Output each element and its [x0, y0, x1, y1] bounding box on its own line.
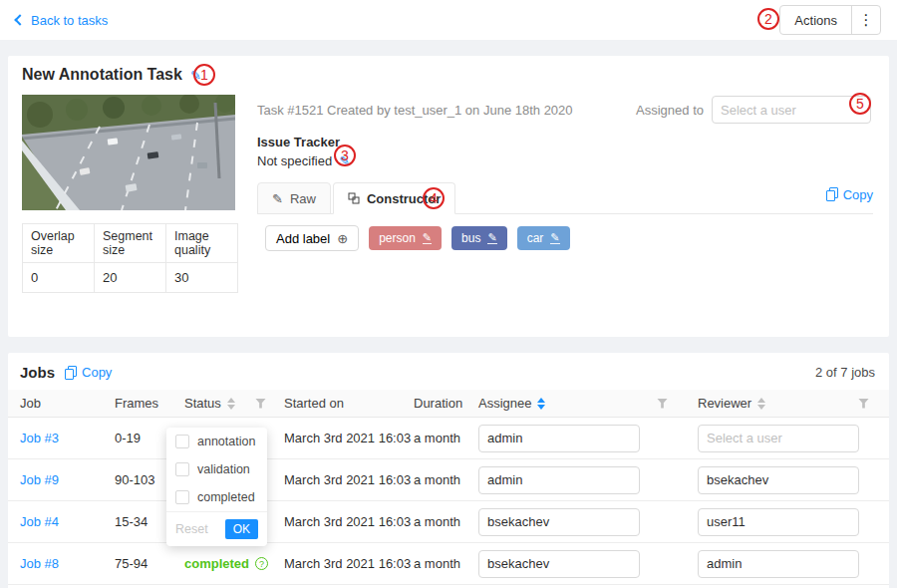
jobs-table-header: Job Frames Status Started on Duration As…: [8, 390, 889, 418]
filter-option-label: completed: [197, 490, 255, 504]
started-cell: March 3rd 2021 16:03: [284, 472, 414, 487]
column-started-on: Started on: [284, 396, 414, 411]
label-chip-name: bus: [461, 231, 480, 245]
tab-raw[interactable]: ✎ Raw: [257, 182, 331, 214]
annotation-marker-3: 3: [334, 145, 356, 166]
reviewer-sorter-icon[interactable]: [757, 398, 765, 410]
label-chip-car[interactable]: car ✎: [517, 226, 570, 250]
back-to-tasks-link[interactable]: Back to tasks: [16, 13, 108, 28]
annotation-marker-2: 2: [757, 8, 779, 30]
actions-button-group[interactable]: Actions ⋮: [779, 5, 881, 35]
status-sorter-icon[interactable]: [227, 398, 235, 410]
plus-circle-icon: ⊕: [337, 231, 348, 246]
filter-reset-button[interactable]: Reset: [175, 522, 208, 536]
filter-footer: Reset OK: [166, 511, 267, 546]
duration-cell: a month: [414, 514, 478, 529]
frames-cell: 75-94: [115, 556, 184, 571]
assignee-sorter-icon[interactable]: [537, 398, 545, 410]
assignee-cell: [478, 550, 698, 578]
duration-cell: a month: [414, 556, 478, 571]
checkbox-unchecked[interactable]: [175, 490, 189, 504]
label-chip-bus[interactable]: bus ✎: [451, 226, 507, 250]
tab-raw-label: Raw: [290, 191, 316, 206]
checkbox-unchecked[interactable]: [175, 462, 189, 476]
assignee-filter-icon[interactable]: [657, 399, 668, 409]
filter-option-annotation[interactable]: annotation: [166, 428, 267, 455]
question-circle-icon[interactable]: ?: [255, 557, 268, 570]
reviewer-input[interactable]: [698, 508, 859, 536]
task-assignee-input[interactable]: [712, 96, 871, 124]
task-parameters-table: Overlap size Segment size Image quality …: [22, 223, 238, 293]
column-reviewer[interactable]: Reviewer: [698, 396, 877, 411]
image-quality-value: 30: [166, 263, 238, 293]
segment-size-header: Segment size: [95, 224, 166, 263]
edit-label-icon[interactable]: ✎: [487, 232, 496, 244]
assignee-input[interactable]: [478, 508, 640, 536]
add-label-button[interactable]: Add label ⊕: [265, 225, 359, 251]
assignee-input[interactable]: [478, 425, 640, 452]
edit-label-icon[interactable]: ✎: [423, 232, 432, 244]
reviewer-filter-icon[interactable]: [858, 399, 869, 409]
started-cell: March 3rd 2021 16:03: [284, 431, 414, 445]
params-header-row: Overlap size Segment size Image quality: [23, 224, 238, 263]
filter-option-label: validation: [197, 462, 250, 476]
filter-option-label: annotation: [197, 435, 255, 448]
started-cell: March 3rd 2021 16:03: [284, 514, 414, 529]
assignee-cell: [478, 508, 698, 536]
issue-tracker-heading: Issue Tracker: [257, 135, 340, 149]
issue-tracker-value: Not specified: [257, 153, 332, 168]
label-chip-name: person: [379, 231, 416, 245]
copy-labels-link[interactable]: Copy: [826, 187, 873, 202]
reviewer-input[interactable]: [698, 466, 859, 494]
annotation-marker-4: 4: [423, 187, 445, 209]
labels-row: Add label ⊕ person ✎ bus ✎ car ✎: [265, 225, 570, 251]
task-title-row: New Annotation Task ✎: [22, 66, 201, 84]
table-row: Job #4 15-34 March 3rd 2021 16:03 a mont…: [8, 501, 889, 543]
actions-button[interactable]: Actions: [780, 13, 851, 28]
more-menu-icon[interactable]: ⋮: [852, 11, 880, 29]
annotation-marker-1: 1: [193, 64, 215, 86]
job-link[interactable]: Job #8: [20, 556, 115, 571]
jobs-title: Jobs: [20, 364, 55, 381]
pencil-icon: ✎: [272, 191, 283, 206]
assigned-to-group: Assigned to: [636, 96, 871, 124]
filter-option-validation[interactable]: validation: [166, 455, 267, 483]
checkbox-unchecked[interactable]: [175, 435, 189, 448]
status-cell: completed ?: [184, 556, 284, 571]
params-value-row: 0 20 30: [23, 263, 238, 293]
column-job: Job: [20, 396, 115, 411]
add-label-text: Add label: [276, 231, 330, 246]
column-frames: Frames: [115, 396, 184, 411]
assignee-input[interactable]: [478, 550, 640, 578]
chevron-left-icon: [14, 14, 25, 25]
assignee-cell: [478, 466, 698, 494]
reviewer-input[interactable]: [698, 425, 859, 452]
filter-option-completed[interactable]: completed: [166, 483, 267, 511]
column-assignee-label: Assignee: [478, 396, 531, 411]
jobs-card: Jobs Copy 2 of 7 jobs Job Frames Status …: [8, 353, 889, 588]
task-preview-image: [22, 95, 235, 210]
assignee-input[interactable]: [478, 466, 640, 494]
jobs-title-row: Jobs Copy 2 of 7 jobs: [8, 353, 889, 390]
copy-label: Copy: [82, 365, 112, 380]
status-filter-dropdown: annotation validation completed Reset OK: [166, 428, 267, 546]
job-link[interactable]: Job #3: [20, 431, 115, 445]
copy-jobs-link[interactable]: Copy: [65, 365, 112, 380]
filter-ok-button[interactable]: OK: [225, 519, 258, 539]
copy-icon: [826, 187, 838, 201]
edit-label-icon[interactable]: ✎: [550, 232, 559, 244]
job-link[interactable]: Job #4: [20, 514, 115, 529]
task-page: Back to tasks Actions ⋮ New Annotation T…: [0, 0, 897, 588]
column-status-label: Status: [184, 396, 221, 411]
copy-icon: [65, 366, 77, 380]
reviewer-input[interactable]: [698, 550, 859, 578]
column-assignee[interactable]: Assignee: [478, 396, 698, 411]
label-chip-person[interactable]: person ✎: [369, 226, 442, 250]
back-label: Back to tasks: [31, 13, 108, 28]
duration-cell: a month: [414, 431, 478, 445]
image-quality-header: Image quality: [166, 224, 238, 263]
column-status[interactable]: Status: [184, 396, 284, 411]
duration-cell: a month: [414, 472, 478, 487]
job-link[interactable]: Job #9: [20, 472, 115, 487]
status-filter-icon[interactable]: [255, 399, 266, 409]
